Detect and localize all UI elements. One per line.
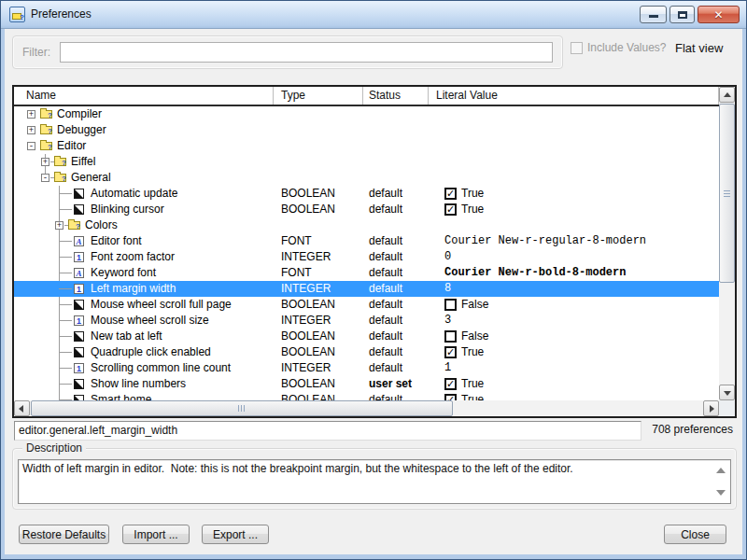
flat-view-toggle[interactable]: Flat view [675,41,723,55]
name-cell: New tab at left [14,329,274,344]
scrollbar-corner [719,400,735,416]
question-mark-icon: ? [62,160,66,167]
name-cell: Quadruple click enabled [14,344,274,360]
name-cell: AEditor font [14,233,274,249]
pref-row[interactable]: Automatic updateBOOLEANdefault✓True [14,186,719,202]
filter-input[interactable] [60,42,553,63]
minimize-button[interactable] [640,6,667,23]
import-button[interactable]: Import ... [122,525,190,544]
column-header-type[interactable]: Type [274,87,363,105]
pref-row[interactable]: Quadruple click enabledBOOLEANdefault✓Tr… [14,344,719,360]
filter-group: Filter: [12,35,563,69]
pref-row[interactable]: Blinking cursorBOOLEANdefault✓True [14,202,719,217]
export-button[interactable]: Export ... [202,525,269,544]
horizontal-scrollbar[interactable] [14,400,719,416]
type-cell [274,106,363,122]
integer-pref-icon: 1 [74,252,84,262]
tree-tick [59,384,72,385]
tree-tick [59,209,72,210]
literal-value-cell: 0 [429,249,719,265]
pref-row[interactable]: +?Eiffel [14,154,719,170]
pref-row[interactable]: Show line numbersBOOLEANuser set✓True [14,376,719,392]
title-bar[interactable]: ? Preferences ✕ [1,1,746,29]
value-checkbox-checked[interactable]: ✓ [444,394,457,400]
literal-value-cell: ✓True [429,392,719,400]
close-button[interactable]: ✕ [698,6,740,23]
column-header-name[interactable]: Name [14,87,274,105]
description-scroll-down-icon[interactable] [716,490,726,496]
horizontal-scrollbar-thumb[interactable] [31,400,453,416]
integer-pref-icon: 1 [74,363,84,373]
tree-tick [59,288,72,289]
expand-toggle-collapsed[interactable]: + [41,158,49,166]
folder-icon: ? [40,110,52,119]
status-cell: default [363,360,429,376]
status-cell: default [363,297,429,313]
type-cell: FONT [274,265,363,281]
expand-toggle-expanded[interactable]: - [27,142,35,150]
value-checkbox-checked[interactable]: ✓ [444,203,457,216]
value-checkbox-checked[interactable]: ✓ [444,378,457,390]
pref-row[interactable]: 1Mouse wheel scroll sizeINTEGERdefault3 [14,313,719,329]
value-checkbox-unchecked[interactable] [444,299,457,311]
pref-row[interactable]: -?Editor [14,138,719,154]
literal-value-cell: ✓True [429,202,719,217]
column-header-literal-value[interactable]: Literal Value [429,87,719,105]
literal-value-cell [429,106,719,122]
pref-row[interactable]: 1Scrolling common line countINTEGERdefau… [14,360,719,376]
pref-row[interactable]: 1Left margin widthINTEGERdefault8 [14,281,719,297]
window-title: Preferences [31,1,92,28]
vertical-scrollbar[interactable] [719,87,735,400]
question-mark-icon: ? [20,14,24,21]
value-checkbox-unchecked[interactable] [444,330,457,343]
maximize-icon [678,11,687,19]
include-values-option[interactable]: Include Values? [571,41,667,54]
type-cell: INTEGER [274,360,363,376]
close-dialog-button[interactable]: Close [664,525,726,544]
status-cell: default [363,249,429,265]
literal-value-cell: Courier New-r-regular-8-modern [429,233,719,249]
expand-toggle-collapsed[interactable]: + [27,126,35,134]
include-values-checkbox[interactable] [571,42,583,54]
font-pref-icon: A [74,268,84,278]
pref-row[interactable]: AEditor fontFONTdefaultCourier New-r-reg… [14,233,719,249]
scroll-right-button[interactable] [703,400,719,416]
expand-toggle-collapsed[interactable]: + [55,221,63,230]
value-checkbox-checked[interactable]: ✓ [444,346,457,358]
description-text: Width of left margin in editor. Note: th… [22,462,710,476]
pref-row[interactable]: AKeyword fontFONTdefaultCourier New-r-bo… [14,265,719,281]
preferences-tree-panel: Name Type Status Literal Value +?Compile… [12,85,737,418]
pref-row[interactable]: Mouse wheel scroll full pageBOOLEANdefau… [14,297,719,313]
pref-name-label: Blinking cursor [91,202,164,217]
description-scroll-up-icon[interactable] [716,468,726,473]
pref-row[interactable]: +?Compiler [14,106,719,122]
scroll-left-button[interactable] [14,400,30,416]
name-cell: +?Compiler [14,106,274,122]
type-cell: FONT [274,233,363,249]
pref-row[interactable]: -?General [14,170,719,186]
type-cell [274,122,363,138]
maximize-button[interactable] [669,6,695,23]
pref-row[interactable]: +?Debugger [14,122,719,138]
tree-header: Name Type Status Literal Value [14,87,719,106]
value-checkbox-checked[interactable]: ✓ [444,188,457,200]
integer-pref-icon: 1 [74,315,84,326]
pref-row[interactable]: 1Font zoom factorINTEGERdefault0 [14,249,719,265]
scroll-down-button[interactable] [719,385,735,400]
pref-name-label: Show line numbers [91,376,186,392]
column-header-status[interactable]: Status [363,87,429,105]
pref-name-label: Editor [57,138,86,154]
pref-row[interactable]: +?Colors [14,217,719,233]
expand-toggle-expanded[interactable]: - [41,174,49,182]
restore-defaults-button[interactable]: Restore Defaults [19,525,109,544]
literal-value-cell: ✓True [429,344,719,360]
pref-row[interactable]: Smart homeBOOLEANdefault✓True [14,392,719,400]
name-cell: Blinking cursor [14,202,274,217]
scroll-up-button[interactable] [719,87,735,103]
type-cell: BOOLEAN [274,392,363,400]
tree-tick [59,304,72,305]
pref-row[interactable]: New tab at leftBOOLEANdefaultFalse [14,329,719,344]
expand-toggle-collapsed[interactable]: + [27,110,35,119]
vertical-scrollbar-thumb[interactable] [719,104,735,283]
minimize-icon [649,15,658,18]
